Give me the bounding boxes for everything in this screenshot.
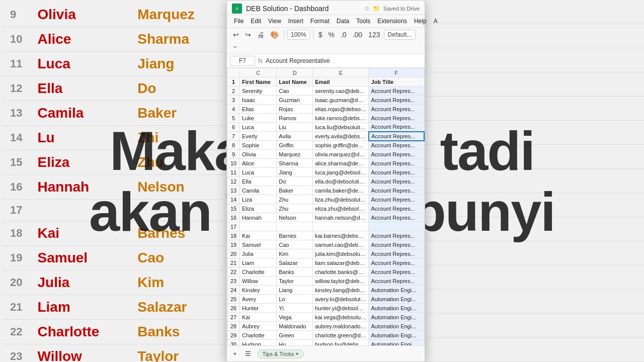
first-name-cell[interactable]: Hudson — [240, 340, 277, 346]
first-name-cell[interactable]: Isaac — [240, 96, 277, 105]
last-name-cell[interactable]: Green — [277, 331, 313, 340]
first-name-cell[interactable]: Julia — [240, 249, 277, 258]
sheet-list-btn[interactable]: ☰ — [243, 349, 253, 358]
first-name-cell[interactable]: Elias — [240, 105, 277, 114]
menu-help[interactable]: Help — [411, 16, 430, 26]
menu-extensions[interactable]: Extensions — [374, 16, 410, 26]
first-name-cell[interactable]: Willow — [240, 277, 277, 286]
cell-reference[interactable]: F7 — [230, 56, 255, 66]
first-name-header[interactable]: First Name — [240, 77, 277, 86]
job-cell[interactable]: Account Repres... — [369, 204, 424, 213]
email-cell[interactable]: hannah.nelson@debsolution.com — [313, 213, 369, 222]
last-name-cell[interactable]: Taylor — [277, 277, 313, 286]
col-c-header[interactable]: C — [240, 68, 277, 77]
job-cell[interactable]: Account Repres... — [369, 96, 424, 105]
email-cell[interactable]: serenity.cao@debsolution.com — [313, 86, 369, 96]
last-name-cell[interactable]: Vega — [277, 313, 313, 322]
number-format-btn[interactable]: 123 — [366, 30, 382, 40]
job-cell[interactable]: Account Repres... — [369, 105, 424, 114]
last-name-cell[interactable]: Avila — [277, 132, 313, 141]
last-name-cell[interactable]: Sharma — [277, 159, 313, 168]
email-cell[interactable]: julia.kim@debsolution.com — [313, 249, 369, 258]
col-f-header[interactable]: F — [369, 68, 424, 77]
last-name-cell[interactable]: Griffin — [277, 141, 313, 150]
menu-view[interactable]: View — [265, 16, 284, 26]
first-name-cell[interactable]: Samuel — [240, 240, 277, 249]
menu-file[interactable]: File — [231, 16, 247, 26]
job-cell[interactable]: Automation Engi... — [369, 331, 424, 340]
email-cell[interactable]: avery.lo@debsolution.com — [313, 295, 369, 304]
job-cell[interactable]: Account Repres... — [369, 195, 424, 204]
email-cell[interactable]: kinsley.liang@debsolution.com — [313, 286, 369, 295]
email-cell[interactable]: elias.rojas@debsolution.com — [313, 105, 369, 114]
job-cell[interactable]: Account Repres... — [369, 240, 424, 249]
last-name-cell[interactable]: Marquez — [277, 150, 313, 159]
job-cell[interactable]: Account Repres... — [369, 277, 424, 286]
first-name-cell[interactable]: Kai — [240, 231, 277, 240]
first-name-cell[interactable]: Ella — [240, 177, 277, 186]
job-cell[interactable]: Account Repres... — [369, 213, 424, 222]
email-cell[interactable]: sophie.griffin@debsolution.com — [313, 141, 369, 150]
email-cell[interactable]: olivia.marquez@debsolution.com — [313, 150, 369, 159]
email-cell[interactable]: luke.ramos@debsolution.com — [313, 114, 369, 123]
email-cell[interactable]: kai.barnes@debsolution.com — [313, 231, 369, 240]
job-cell[interactable]: Account Repres... — [369, 186, 424, 195]
last-name-cell[interactable]: Zhu — [277, 195, 313, 204]
first-name-cell[interactable]: Olivia — [240, 150, 277, 159]
job-cell[interactable]: Account Repres... — [369, 86, 424, 96]
format-dropdown[interactable]: Default... — [384, 30, 415, 40]
first-name-cell[interactable]: Kinsley — [240, 286, 277, 295]
job-cell[interactable]: Automation Engi... — [369, 340, 424, 346]
last-name-cell[interactable]: Guzman — [277, 96, 313, 105]
email-cell[interactable]: isaac.guzman@debsolution.com — [313, 96, 369, 105]
minus-btn[interactable]: − — [231, 42, 239, 52]
first-name-cell[interactable]: Liam — [240, 258, 277, 267]
job-cell[interactable]: Automation Engi... — [369, 286, 424, 295]
tips-tricks-tab[interactable]: Tips & Tricks ▾ — [257, 349, 304, 358]
last-name-cell[interactable]: Salazar — [277, 258, 313, 267]
first-name-cell[interactable]: Camila — [240, 186, 277, 195]
percent-btn[interactable]: % — [327, 30, 337, 40]
last-name-cell[interactable]: Cao — [277, 86, 313, 96]
menu-insert[interactable]: Insert — [285, 16, 306, 26]
last-name-cell[interactable]: Hu — [277, 340, 313, 346]
last-name-cell[interactable]: Cao — [277, 240, 313, 249]
email-cell[interactable]: luca.jiang@debsolution.com — [313, 168, 369, 177]
first-name-cell[interactable]: Hannah — [240, 213, 277, 222]
job-cell[interactable]: Account Repres... — [369, 258, 424, 267]
last-name-cell[interactable]: Do — [277, 177, 313, 186]
job-cell[interactable]: Account Repres... — [369, 141, 424, 150]
email-cell[interactable]: camila.baker@debsolution.com — [313, 186, 369, 195]
folder-icon[interactable]: 📁 — [373, 5, 380, 12]
menu-format[interactable]: Format — [307, 16, 333, 26]
paint-format-btn[interactable]: 🎨 — [268, 30, 281, 40]
redo-btn[interactable]: ↪ — [243, 30, 253, 40]
first-name-cell[interactable]: Liza — [240, 195, 277, 204]
email-header[interactable]: Email — [313, 77, 369, 86]
first-name-cell[interactable]: Aubrey — [240, 322, 277, 331]
email-cell[interactable]: eliza.zhu@debsolution.com — [313, 204, 369, 213]
email-cell[interactable]: everly.avila@debsolution.com — [313, 132, 369, 141]
last-name-cell[interactable]: Liu — [277, 123, 313, 132]
first-name-cell[interactable]: Eliza — [240, 204, 277, 213]
email-cell[interactable] — [313, 222, 369, 231]
email-cell[interactable]: charlotte.banks@debsolution.com — [313, 267, 369, 277]
first-name-cell[interactable]: Luke — [240, 114, 277, 123]
job-cell[interactable]: Automation Engi... — [369, 313, 424, 322]
job-cell[interactable]: Account Repres... — [369, 114, 424, 123]
last-name-cell[interactable]: Banks — [277, 267, 313, 277]
job-cell[interactable]: Account Repres... — [369, 132, 424, 141]
last-name-cell[interactable]: Kim — [277, 249, 313, 258]
last-name-cell[interactable]: Rojas — [277, 105, 313, 114]
col-d-header[interactable]: D — [277, 68, 313, 77]
print-btn[interactable]: 🖨 — [255, 30, 266, 40]
last-name-cell[interactable]: Ramos — [277, 114, 313, 123]
last-name-cell[interactable]: Barnes — [277, 231, 313, 240]
job-cell[interactable]: Automation Engi... — [369, 322, 424, 331]
job-cell[interactable]: Automation Engi... — [369, 304, 424, 313]
email-cell[interactable]: kai.vega@debsolution.com — [313, 313, 369, 322]
job-title-header[interactable]: Job Title — [369, 77, 424, 86]
currency-btn[interactable]: $ — [316, 30, 325, 40]
job-cell[interactable]: Account Repres... — [369, 177, 424, 186]
first-name-cell[interactable]: Everly — [240, 132, 277, 141]
